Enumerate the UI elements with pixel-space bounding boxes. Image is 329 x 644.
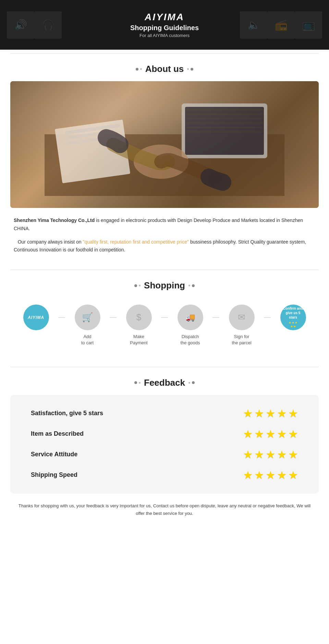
header-title: Shopping Guidelines bbox=[130, 24, 199, 32]
about-divider bbox=[10, 53, 319, 53]
step-aiyima: AIYIMA bbox=[14, 305, 58, 334]
star-d4: ★ bbox=[277, 428, 287, 441]
sign-icon: ✉ bbox=[229, 305, 255, 330]
dot-2 bbox=[140, 68, 142, 70]
about-company-name: Shenzhen Yima Technology Co.,Ltd bbox=[14, 218, 95, 223]
confirm-stars-row2: ★ ★ bbox=[290, 325, 296, 329]
about-image-svg bbox=[45, 93, 284, 196]
bg-icon-1: 🔊 bbox=[7, 11, 34, 39]
feedback-label-satisfaction: Satisfaction, give 5 stars bbox=[31, 410, 103, 417]
about-image bbox=[10, 81, 319, 208]
step-confirm: Confirm andgive us 5 stars ★ ★ ★ ★ ★ bbox=[271, 305, 315, 334]
star-d1: ★ bbox=[243, 428, 253, 441]
mini-star-4: ★ bbox=[290, 325, 293, 329]
shopping-dots-left bbox=[134, 284, 141, 287]
dispatch-icon: 🚚 bbox=[178, 305, 203, 330]
stars-shipping: ★ ★ ★ ★ ★ bbox=[243, 469, 298, 482]
cart-icon: 🛒 bbox=[75, 305, 100, 330]
about-highlight: "quality first, reputation first and com… bbox=[83, 239, 189, 245]
bg-icon-3: 🔈 bbox=[240, 11, 267, 39]
feedback-label-shipping: Shipping Speed bbox=[31, 471, 77, 479]
feedback-row-satisfaction: Satisfaction, give 5 stars ★ ★ ★ ★ ★ bbox=[31, 407, 298, 420]
bg-icon-4: 📻 bbox=[267, 11, 295, 39]
star-sh4: ★ bbox=[277, 469, 287, 482]
star-s4: ★ bbox=[277, 407, 287, 420]
svg-rect-7 bbox=[187, 109, 262, 111]
svg-rect-12 bbox=[187, 131, 262, 133]
star-s3: ★ bbox=[266, 407, 276, 420]
connector-1 bbox=[58, 317, 65, 318]
about-dots-left bbox=[136, 68, 142, 71]
confirm-stars-row1: ★ ★ ★ bbox=[289, 321, 297, 325]
dot-6 bbox=[139, 285, 141, 286]
dot-10 bbox=[139, 382, 141, 384]
confirm-text: Confirm andgive us 5 stars bbox=[282, 306, 304, 320]
stars-service: ★ ★ ★ ★ ★ bbox=[243, 448, 298, 461]
shopping-divider bbox=[10, 270, 319, 270]
star-sh3: ★ bbox=[266, 469, 276, 482]
star-s1: ★ bbox=[243, 407, 253, 420]
stars-described: ★ ★ ★ ★ ★ bbox=[243, 428, 298, 441]
feedback-label-service: Service Attitude bbox=[31, 451, 77, 458]
shopping-title-text: Shopping bbox=[144, 280, 185, 291]
feedback-dots-left bbox=[134, 381, 141, 384]
stars-satisfaction: ★ ★ ★ ★ ★ bbox=[243, 407, 298, 420]
star-sh2: ★ bbox=[254, 469, 264, 482]
step-payment-label: MakePayment bbox=[130, 334, 147, 346]
shopping-section-title: Shopping bbox=[0, 280, 329, 291]
mini-star-1: ★ bbox=[289, 321, 291, 325]
feedback-title-text: Feedback bbox=[144, 377, 185, 388]
aiyima-label: AIYIMA bbox=[28, 315, 44, 320]
mini-star-3: ★ bbox=[295, 321, 297, 325]
mini-star-5: ★ bbox=[293, 325, 296, 329]
step-dispatch: 🚚 Dispatchthe goods bbox=[168, 305, 212, 346]
step-cart-label: Addto cart bbox=[81, 334, 94, 346]
feedback-row-described: Item as Described ★ ★ ★ ★ ★ bbox=[31, 428, 298, 441]
about-dots-right bbox=[187, 68, 193, 71]
header-subtitle: For all AIYIMA customers bbox=[130, 33, 199, 38]
dot-8 bbox=[192, 284, 195, 287]
about-paragraph-2: Our company always insist on "quality fi… bbox=[10, 238, 319, 255]
star-d5: ★ bbox=[288, 428, 298, 441]
feedback-row-service: Service Attitude ★ ★ ★ ★ ★ bbox=[31, 448, 298, 461]
star-sv5: ★ bbox=[288, 448, 298, 461]
feedback-row-shipping: Shipping Speed ★ ★ ★ ★ ★ bbox=[31, 469, 298, 482]
dot-9 bbox=[134, 381, 137, 384]
svg-rect-9 bbox=[187, 117, 262, 120]
dot-7 bbox=[188, 285, 190, 286]
aiyima-icon: AIYIMA bbox=[23, 305, 49, 330]
dot-1 bbox=[136, 68, 138, 71]
star-sv3: ★ bbox=[266, 448, 276, 461]
star-d3: ★ bbox=[266, 428, 276, 441]
star-sh5: ★ bbox=[288, 469, 298, 482]
star-sv1: ★ bbox=[243, 448, 253, 461]
dot-4 bbox=[191, 68, 193, 71]
svg-rect-8 bbox=[187, 113, 262, 115]
header-brand: AIYIMA bbox=[130, 12, 199, 23]
step-add-cart: 🛒 Addto cart bbox=[65, 305, 110, 346]
connector-4 bbox=[212, 317, 219, 318]
page-header: 🔊 🎧 🔈 📻 📺 AIYIMA Shopping Guidelines For… bbox=[0, 0, 329, 50]
thanks-text: Thanks for shopping with us, your feedba… bbox=[10, 502, 319, 517]
shopping-section: AIYIMA 🛒 Addto cart $ MakePayment 🚚 Disp… bbox=[0, 298, 329, 363]
dot-3 bbox=[187, 68, 189, 70]
connector-2 bbox=[110, 317, 117, 318]
svg-rect-11 bbox=[187, 126, 262, 128]
step-dispatch-label: Dispatchthe goods bbox=[180, 334, 200, 346]
feedback-dots-right bbox=[188, 381, 195, 384]
connector-5 bbox=[264, 317, 271, 318]
header-content: AIYIMA Shopping Guidelines For all AIYIM… bbox=[130, 12, 199, 38]
about-section: Shenzhen Yima Technology Co.,Ltd is enga… bbox=[0, 81, 329, 266]
bg-icon-2: 🎧 bbox=[34, 11, 62, 39]
svg-rect-10 bbox=[187, 122, 262, 124]
dot-11 bbox=[188, 382, 190, 384]
about-image-inner bbox=[10, 81, 319, 208]
payment-icon: $ bbox=[126, 305, 152, 330]
feedback-section: Satisfaction, give 5 stars ★ ★ ★ ★ ★ Ite… bbox=[0, 395, 329, 528]
step-payment: $ MakePayment bbox=[117, 305, 161, 346]
dot-5 bbox=[134, 284, 137, 287]
step-sign: ✉ Sign forthe parcel bbox=[219, 305, 264, 346]
dot-12 bbox=[192, 381, 195, 384]
star-d2: ★ bbox=[254, 428, 264, 441]
shopping-steps: AIYIMA 🛒 Addto cart $ MakePayment 🚚 Disp… bbox=[10, 298, 319, 353]
